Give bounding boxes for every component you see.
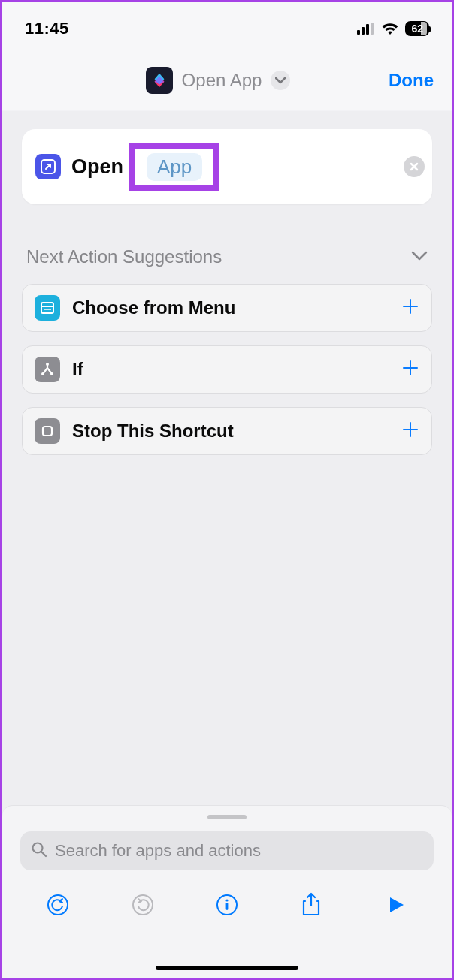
svg-line-12	[42, 852, 47, 857]
open-app-action-card[interactable]: Open App	[22, 129, 432, 204]
add-action-button[interactable]	[401, 418, 419, 444]
action-label: Open	[71, 155, 123, 179]
search-field[interactable]: Search for apps and actions	[20, 831, 434, 870]
suggestions-header[interactable]: Next Action Suggestions	[22, 246, 432, 284]
info-button[interactable]	[213, 891, 241, 918]
status-time: 11:45	[25, 19, 69, 38]
header-title-group[interactable]: Open App	[146, 67, 291, 94]
add-action-button[interactable]	[401, 357, 419, 382]
svg-point-9	[50, 372, 53, 375]
battery-icon: 62	[405, 21, 429, 36]
share-button[interactable]	[298, 891, 325, 918]
svg-point-11	[33, 843, 43, 853]
svg-rect-4	[41, 303, 53, 313]
highlight-ring	[129, 143, 219, 191]
suggestion-choose-from-menu[interactable]: Choose from Menu	[22, 284, 432, 332]
add-action-button[interactable]	[401, 295, 419, 321]
suggestion-stop-shortcut[interactable]: Stop This Shortcut	[22, 407, 432, 455]
wifi-icon	[381, 22, 399, 35]
bottom-sheet[interactable]: Search for apps and actions	[2, 805, 452, 978]
suggestion-if[interactable]: If	[22, 345, 432, 394]
undo-button[interactable]	[44, 891, 71, 918]
status-bar: 11:45 62	[2, 2, 452, 50]
home-indicator[interactable]	[156, 966, 298, 970]
menu-icon	[35, 295, 60, 321]
svg-rect-0	[357, 30, 360, 35]
screen: 11:45 62	[0, 0, 454, 980]
done-button[interactable]: Done	[389, 70, 434, 91]
chevron-down-icon	[411, 250, 428, 264]
svg-point-13	[48, 895, 68, 915]
svg-rect-2	[366, 24, 369, 35]
header-title: Open App	[182, 70, 262, 91]
sheet-grabber[interactable]	[207, 815, 247, 819]
svg-rect-1	[362, 27, 365, 35]
stop-icon	[35, 418, 60, 444]
suggestion-label: Stop This Shortcut	[72, 421, 389, 442]
search-placeholder: Search for apps and actions	[55, 841, 261, 861]
header: Open App Done	[2, 50, 452, 110]
svg-rect-17	[226, 903, 229, 910]
open-app-action-icon	[35, 154, 61, 179]
battery-level: 62	[410, 23, 425, 35]
chevron-down-icon[interactable]	[271, 71, 290, 90]
branch-icon	[35, 357, 60, 382]
clear-action-button[interactable]	[404, 156, 425, 177]
suggestion-label: Choose from Menu	[72, 297, 389, 318]
svg-point-7	[46, 363, 49, 366]
search-icon	[31, 841, 47, 861]
svg-point-16	[225, 899, 228, 901]
redo-button	[129, 891, 156, 918]
svg-point-8	[41, 372, 44, 375]
toolbar	[2, 870, 452, 918]
app-parameter-token[interactable]: App	[129, 143, 219, 191]
shortcuts-app-icon	[146, 67, 173, 94]
run-button[interactable]	[383, 891, 410, 918]
cellular-icon	[357, 23, 375, 35]
svg-rect-3	[371, 23, 374, 35]
status-right: 62	[357, 21, 429, 36]
svg-rect-10	[43, 427, 52, 436]
svg-point-14	[133, 895, 153, 915]
suggestion-label: If	[72, 359, 389, 380]
suggestions-title: Next Action Suggestions	[26, 246, 222, 267]
